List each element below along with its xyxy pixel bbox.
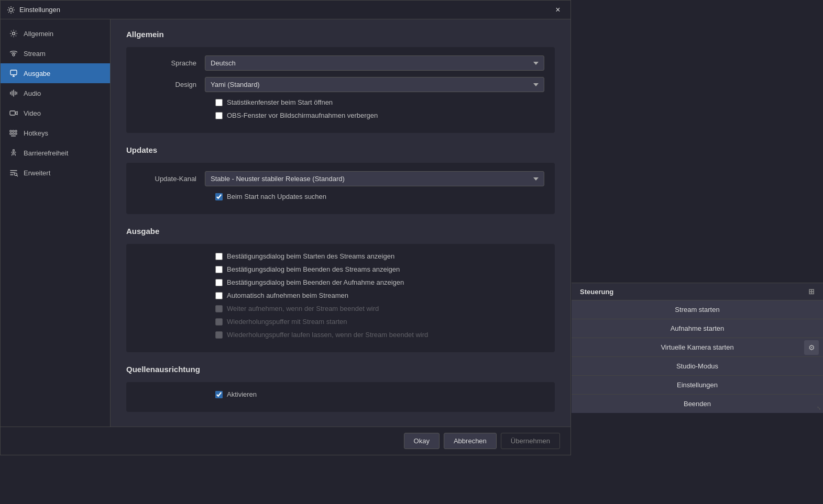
- svg-rect-3: [10, 70, 17, 75]
- wiederholung-laufen-label: Wiederholungspuffer laufen lassen, wenn …: [227, 331, 428, 339]
- updates-start-checkbox[interactable]: [215, 193, 223, 200]
- svg-rect-5: [10, 130, 12, 132]
- design-select[interactable]: Yami (Standard): [205, 77, 544, 92]
- updates-start-label[interactable]: Beim Start nach Updates suchen: [227, 193, 326, 200]
- updatekanal-control: Stable - Neuster stabiler Release (Stand…: [205, 171, 544, 186]
- sidebar-item-allgemein[interactable]: Allgemein: [1, 24, 110, 43]
- sidebar-label-barrierefreiheit: Barrierefreiheit: [24, 149, 68, 157]
- sidebar-item-video[interactable]: Video: [1, 103, 110, 123]
- sidebar-label-video: Video: [24, 109, 41, 117]
- svg-rect-8: [10, 133, 12, 135]
- sidebar-item-barrierefreiheit[interactable]: Barrierefreiheit: [1, 143, 110, 163]
- bottom-expand-icon: ⤡: [817, 405, 821, 411]
- sidebar-label-allgemein: Allgemein: [24, 30, 53, 38]
- best-start-label[interactable]: Bestätigungsdialog beim Starten des Stre…: [227, 252, 394, 260]
- einstellungen-button[interactable]: Einstellungen: [572, 375, 823, 394]
- updatekanal-select[interactable]: Stable - Neuster stabiler Release (Stand…: [205, 171, 544, 186]
- steuerung-header: Steuerung ⊞: [572, 283, 823, 300]
- title-bar-title: Einstellungen: [19, 6, 60, 14]
- obs-fenster-checkbox[interactable]: [215, 112, 223, 119]
- sidebar-item-stream[interactable]: Stream: [1, 43, 110, 63]
- best-beenden-stream-label[interactable]: Bestätigungsdialog beim Beenden des Stre…: [227, 265, 400, 273]
- aktivieren-checkbox[interactable]: [215, 391, 223, 398]
- best-start-checkbox[interactable]: [215, 253, 223, 260]
- stream-starten-button[interactable]: Stream starten: [572, 300, 823, 319]
- best-beenden-stream-checkbox[interactable]: [215, 266, 223, 273]
- updatekanal-label: Update-Kanal: [137, 175, 205, 183]
- auto-aufnehmen-label[interactable]: Automatisch aufnehmen beim Streamen: [227, 292, 348, 299]
- statistiken-checkbox[interactable]: [215, 99, 223, 106]
- auto-aufnehmen-checkbox[interactable]: [215, 292, 223, 299]
- aufnahme-starten-button[interactable]: Aufnahme starten: [572, 319, 823, 338]
- abbrechen-button[interactable]: Abbrechen: [444, 433, 497, 449]
- checkbox-best-start: Bestätigungsdialog beim Starten des Stre…: [215, 252, 544, 260]
- dialog-body: Allgemein Stream: [1, 19, 570, 427]
- checkbox-statistiken: Statistikenfenster beim Start öffnen: [215, 98, 544, 106]
- svg-rect-11: [11, 136, 16, 137]
- section-quellenausrichtung-content: Aktivieren: [126, 382, 555, 412]
- svg-rect-7: [15, 130, 17, 132]
- title-bar-left: Einstellungen: [7, 6, 60, 14]
- close-button[interactable]: ×: [552, 4, 564, 16]
- settings-window-icon: [7, 6, 15, 14]
- beenden-button[interactable]: Beenden: [572, 394, 823, 413]
- section-allgemein-content: Sprache Deutsch Design Yami: [126, 47, 555, 133]
- svg-rect-4: [10, 111, 15, 115]
- svg-rect-10: [15, 133, 17, 135]
- virtuelle-kamera-button[interactable]: Virtuelle Kamera starten: [580, 343, 815, 351]
- svg-point-2: [13, 54, 15, 56]
- uebernehmen-button[interactable]: Übernehmen: [501, 433, 560, 449]
- sidebar-item-ausgabe[interactable]: Ausgabe: [1, 63, 110, 83]
- sidebar-item-hotkeys[interactable]: Hotkeys: [1, 123, 110, 143]
- sidebar-label-erweitert: Erweitert: [24, 169, 50, 177]
- checkbox-obs-fenster: OBS-Fenster vor Bildschirmaufnahmen verb…: [215, 111, 544, 119]
- audio-icon: [9, 88, 18, 98]
- sprache-select[interactable]: Deutsch: [205, 55, 544, 71]
- advanced-icon: [9, 168, 18, 177]
- sidebar-item-audio[interactable]: Audio: [1, 83, 110, 103]
- title-bar: Einstellungen ×: [1, 1, 570, 19]
- sidebar: Allgemein Stream: [1, 19, 111, 427]
- main-content[interactable]: Allgemein Sprache Deutsch Design: [111, 19, 570, 427]
- svg-rect-9: [13, 133, 14, 135]
- design-label: Design: [137, 81, 205, 88]
- checkbox-best-beenden-aufnahme: Bestätigungsdialog beim Beenden der Aufn…: [215, 278, 544, 286]
- checkbox-updates-start: Beim Start nach Updates suchen: [215, 193, 544, 200]
- virtuelle-kamera-gear-button[interactable]: ⚙: [804, 340, 819, 355]
- steuerung-section: Steuerung ⊞ Stream starten Aufnahme star…: [572, 283, 823, 413]
- checkbox-best-beenden-stream: Bestätigungsdialog beim Beenden des Stre…: [215, 265, 544, 273]
- section-updates-content: Update-Kanal Stable - Neuster stabiler R…: [126, 163, 555, 214]
- svg-point-12: [13, 150, 15, 151]
- sidebar-item-erweitert[interactable]: Erweitert: [1, 163, 110, 183]
- checkbox-wiederholung-laufen: Wiederholungspuffer laufen lassen, wenn …: [215, 331, 544, 339]
- section-ausgabe-content: Bestätigungsdialog beim Starten des Stre…: [126, 244, 555, 352]
- hotkeys-icon: [9, 128, 18, 138]
- section-updates-title: Updates: [126, 145, 555, 154]
- accessibility-icon: [9, 148, 18, 158]
- checkbox-aktivieren: Aktivieren: [215, 390, 544, 398]
- updatekanal-row: Update-Kanal Stable - Neuster stabiler R…: [137, 171, 544, 186]
- design-control: Yami (Standard): [205, 77, 544, 92]
- best-beenden-aufnahme-label[interactable]: Bestätigungsdialog beim Beenden der Aufn…: [227, 278, 404, 286]
- sidebar-label-audio: Audio: [24, 89, 41, 97]
- sprache-row: Sprache Deutsch: [137, 55, 544, 71]
- studio-modus-button[interactable]: Studio-Modus: [572, 356, 823, 375]
- okay-button[interactable]: Okay: [404, 433, 440, 449]
- svg-point-1: [13, 32, 15, 35]
- video-icon: [9, 108, 18, 118]
- statistiken-label[interactable]: Statistikenfenster beim Start öffnen: [227, 98, 333, 106]
- sidebar-label-stream: Stream: [24, 50, 46, 58]
- steuerung-title: Steuerung: [580, 288, 613, 296]
- weiter-aufnehmen-checkbox[interactable]: [215, 305, 223, 312]
- wiederholungspuffer-checkbox[interactable]: [215, 318, 223, 326]
- sprache-control: Deutsch: [205, 55, 544, 71]
- aktivieren-label[interactable]: Aktivieren: [227, 390, 257, 398]
- design-row: Design Yami (Standard): [137, 77, 544, 92]
- output-icon: [9, 69, 18, 78]
- best-beenden-aufnahme-checkbox[interactable]: [215, 279, 223, 286]
- sidebar-label-ausgabe: Ausgabe: [24, 70, 50, 77]
- checkbox-weiter-aufnehmen: Weiter aufnehmen, wenn der Stream beende…: [215, 305, 544, 312]
- obs-fenster-label[interactable]: OBS-Fenster vor Bildschirmaufnahmen verb…: [227, 111, 378, 119]
- wiederholung-laufen-checkbox[interactable]: [215, 331, 223, 339]
- section-allgemein-title: Allgemein: [126, 30, 555, 39]
